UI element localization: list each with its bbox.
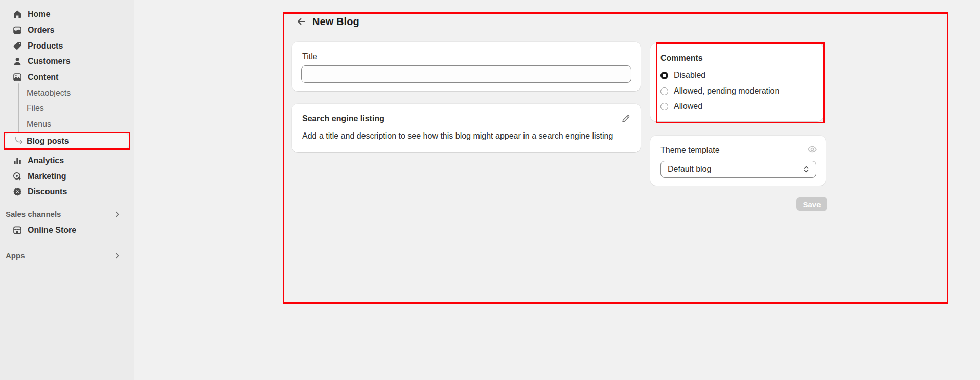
radio-label: Allowed, pending moderation xyxy=(674,86,779,96)
products-icon xyxy=(12,41,22,51)
sidebar-item-metaobjects[interactable]: Metaobjects xyxy=(4,85,130,101)
discounts-icon xyxy=(12,187,22,197)
sidebar-subitem-label: Menus xyxy=(27,120,51,129)
radio-comments-allowed-pending[interactable]: Allowed, pending moderation xyxy=(660,85,779,97)
radio-button[interactable] xyxy=(660,87,668,95)
sidebar-item-marketing[interactable]: Marketing xyxy=(4,168,130,184)
title-input[interactable] xyxy=(301,65,631,83)
chevron-right-icon xyxy=(113,252,121,260)
orders-icon xyxy=(12,25,22,35)
updown-chevron-icon xyxy=(802,165,811,174)
sidebar-item-label: Orders xyxy=(28,26,54,35)
sidebar-item-label: Customers xyxy=(28,57,71,66)
radio-label: Disabled xyxy=(674,71,705,80)
theme-template-select[interactable]: Default blog xyxy=(660,161,816,178)
theme-template-card: Theme template Default blog xyxy=(650,136,826,186)
select-value: Default blog xyxy=(668,165,802,174)
corner-arrow-icon xyxy=(14,137,24,146)
save-button[interactable]: Save xyxy=(796,197,827,211)
sidebar-item-home[interactable]: Home xyxy=(4,6,130,22)
preview-theme-button[interactable] xyxy=(806,143,818,155)
title-card: Title xyxy=(292,42,641,91)
edit-seo-button[interactable] xyxy=(619,112,632,125)
sidebar-item-discounts[interactable]: Discounts xyxy=(4,184,130,199)
sidebar-section-sales-channels[interactable]: Sales channels xyxy=(0,206,130,222)
comments-card: Comments Disabled Allowed, pending moder… xyxy=(650,43,823,121)
customers-icon xyxy=(12,56,22,66)
chevron-right-icon xyxy=(113,210,121,218)
section-label: Apps xyxy=(6,251,113,260)
analytics-icon xyxy=(12,155,22,166)
content-icon xyxy=(12,72,22,82)
seo-card-title: Search engine listing xyxy=(302,114,384,123)
sidebar-item-online-store[interactable]: Online Store xyxy=(4,222,130,238)
seo-description: Add a title and description to see how t… xyxy=(302,131,613,141)
sidebar-item-label: Home xyxy=(28,10,50,19)
sidebar-item-content[interactable]: Content xyxy=(4,69,130,85)
section-label: Sales channels xyxy=(6,210,113,218)
marketing-icon xyxy=(12,171,22,182)
sidebar-item-products[interactable]: Products xyxy=(4,38,130,54)
sidebar-subitem-label: Blog posts xyxy=(27,137,69,146)
home-icon xyxy=(12,9,22,19)
title-field-label: Title xyxy=(302,52,317,61)
sidebar-item-customers[interactable]: Customers xyxy=(4,53,130,69)
radio-label: Allowed xyxy=(674,102,702,111)
comments-card-title: Comments xyxy=(660,54,703,63)
eye-icon xyxy=(807,144,818,155)
back-button[interactable] xyxy=(294,14,308,29)
sidebar-section-apps[interactable]: Apps xyxy=(0,248,130,263)
sidebar-item-label: Marketing xyxy=(28,172,66,181)
sidebar-subitem-label: Metaobjects xyxy=(27,88,71,98)
storefront-icon xyxy=(12,225,22,235)
page-title: New Blog xyxy=(312,16,359,28)
radio-button[interactable] xyxy=(660,72,668,79)
sidebar-item-label: Online Store xyxy=(28,226,76,235)
back-arrow-icon xyxy=(296,16,306,27)
sidebar-item-analytics[interactable]: Analytics xyxy=(4,152,130,168)
search-engine-listing-card: Search engine listing Add a title and de… xyxy=(292,104,641,152)
page-header: New Blog xyxy=(294,13,359,30)
sidebar-item-label: Analytics xyxy=(28,156,64,165)
sidebar-item-menus[interactable]: Menus xyxy=(4,116,130,132)
sidebar-item-orders[interactable]: Orders xyxy=(4,22,130,38)
sidebar-item-blog-posts[interactable]: Blog posts xyxy=(5,133,129,148)
sidebar-subitem-label: Files xyxy=(27,104,44,113)
radio-comments-allowed[interactable]: Allowed xyxy=(660,100,702,113)
sidebar-item-files[interactable]: Files xyxy=(4,100,130,116)
sidebar-item-label: Products xyxy=(28,41,63,51)
sidebar: Home Orders Products Customers Content M… xyxy=(0,0,134,380)
radio-button[interactable] xyxy=(660,103,668,110)
sidebar-item-label: Content xyxy=(28,73,58,82)
radio-comments-disabled[interactable]: Disabled xyxy=(660,69,705,81)
pencil-icon xyxy=(621,114,631,124)
sidebar-item-label: Discounts xyxy=(28,187,67,196)
theme-card-title: Theme template xyxy=(660,146,720,155)
